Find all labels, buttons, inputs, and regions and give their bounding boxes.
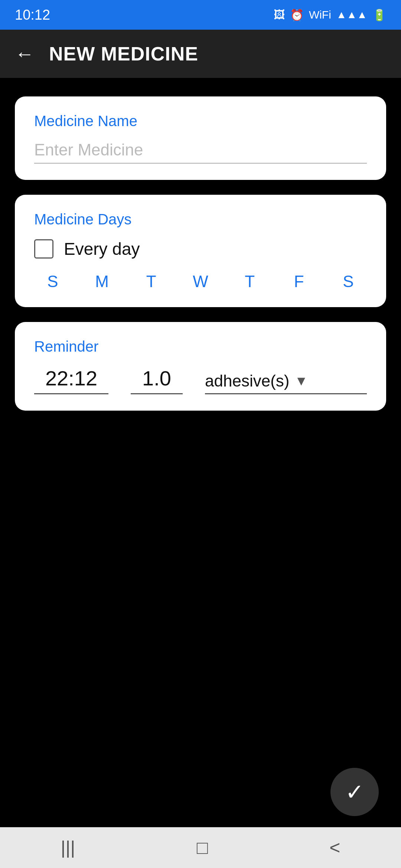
every-day-text: Every day	[64, 239, 140, 259]
status-time: 10:12	[15, 7, 50, 23]
medicine-days-label: Medicine Days	[34, 211, 367, 228]
reminder-card: Reminder 22:12 1.0 adhesive(s) ▼	[15, 322, 386, 411]
nav-back-button[interactable]: <	[329, 837, 340, 858]
reminder-type-label: adhesive(s)	[205, 372, 289, 390]
nav-bar: ||| □ <	[0, 827, 401, 868]
reminder-label: Reminder	[34, 338, 367, 355]
check-icon: ✓	[345, 779, 364, 805]
nav-menu-button[interactable]: |||	[61, 837, 75, 858]
medicine-name-input[interactable]	[34, 141, 367, 164]
day-monday[interactable]: M	[87, 272, 117, 291]
medicine-name-label: Medicine Name	[34, 113, 367, 129]
status-icons: 🖼 ⏰ WiFi ▲▲▲ 🔋	[274, 9, 386, 22]
page-title: NEW MEDICINE	[49, 43, 198, 65]
status-bar: 10:12 🖼 ⏰ WiFi ▲▲▲ 🔋	[0, 0, 401, 30]
day-saturday[interactable]: S	[333, 272, 363, 291]
reminder-time[interactable]: 22:12	[34, 366, 108, 394]
battery-icon: 🔋	[372, 9, 386, 22]
signal-icon: ▲▲▲	[336, 9, 367, 21]
reminder-row: 22:12 1.0 adhesive(s) ▼	[34, 366, 367, 394]
day-friday[interactable]: F	[284, 272, 314, 291]
wifi-icon: WiFi	[309, 9, 331, 21]
day-tuesday[interactable]: T	[136, 272, 166, 291]
medicine-name-card: Medicine Name	[15, 96, 386, 180]
back-button[interactable]: ←	[15, 43, 34, 65]
confirm-fab[interactable]: ✓	[330, 768, 379, 816]
day-wednesday[interactable]: W	[186, 272, 215, 291]
nav-home-button[interactable]: □	[197, 837, 208, 858]
app-bar: ← NEW MEDICINE	[0, 30, 401, 78]
reminder-dose[interactable]: 1.0	[131, 366, 183, 394]
reminder-type-dropdown[interactable]: adhesive(s) ▼	[205, 372, 367, 394]
day-thursday[interactable]: T	[235, 272, 265, 291]
day-sunday[interactable]: S	[38, 272, 68, 291]
every-day-row: Every day	[34, 239, 367, 259]
medicine-days-card: Medicine Days Every day S M T W T F S	[15, 195, 386, 307]
dropdown-arrow-icon: ▼	[294, 373, 308, 389]
image-icon: 🖼	[274, 9, 285, 21]
circle-icon: ⏰	[290, 9, 304, 22]
days-row: S M T W T F S	[34, 272, 367, 291]
content-area: Medicine Name Medicine Days Every day S …	[0, 78, 401, 429]
every-day-checkbox[interactable]	[34, 239, 53, 259]
